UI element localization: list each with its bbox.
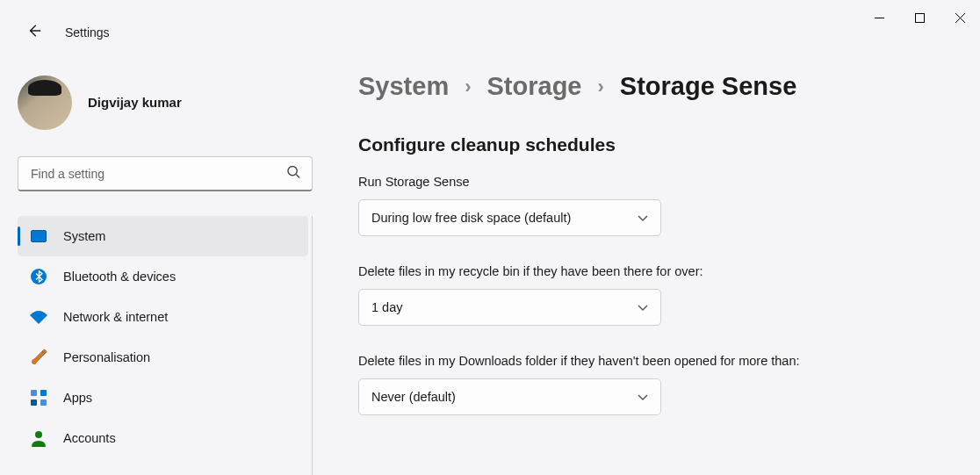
select-value: Never (default) xyxy=(371,390,456,404)
run-storage-sense-select[interactable]: During low free disk space (default) xyxy=(358,199,661,236)
app-title: Settings xyxy=(65,25,110,40)
sidebar-item-bluetooth[interactable]: Bluetooth & devices xyxy=(18,256,308,297)
sidebar-item-label: System xyxy=(63,229,105,243)
sidebar-item-label: Network & internet xyxy=(63,310,168,324)
run-storage-sense-label: Run Storage Sense xyxy=(358,175,945,189)
breadcrumb-storage[interactable]: Storage xyxy=(487,72,582,101)
select-value: During low free disk space (default) xyxy=(371,211,571,225)
sidebar-item-label: Accounts xyxy=(63,431,116,445)
avatar xyxy=(18,76,72,130)
chevron-right-icon: › xyxy=(465,76,471,98)
breadcrumb-current: Storage Sense xyxy=(620,72,796,101)
sidebar-item-system[interactable]: System xyxy=(18,216,308,256)
chevron-right-icon: › xyxy=(597,76,603,98)
breadcrumb: System › Storage › Storage Sense xyxy=(358,72,945,101)
sidebar-item-apps[interactable]: Apps xyxy=(18,378,308,418)
recycle-bin-label: Delete files in my recycle bin if they h… xyxy=(358,264,945,278)
profile-name: Digvijay kumar xyxy=(88,95,182,110)
svg-point-2 xyxy=(35,431,42,438)
account-icon xyxy=(30,429,47,447)
chevron-down-icon xyxy=(638,211,648,225)
apps-icon xyxy=(30,389,47,407)
recycle-bin-select[interactable]: 1 day xyxy=(358,289,661,326)
profile-block[interactable]: Digvijay kumar xyxy=(18,74,313,156)
select-value: 1 day xyxy=(371,300,402,314)
wifi-icon xyxy=(30,308,47,326)
svg-point-1 xyxy=(288,166,297,175)
search-icon xyxy=(287,166,300,183)
brush-icon xyxy=(30,349,47,366)
system-icon xyxy=(30,227,47,245)
chevron-down-icon xyxy=(638,390,648,404)
breadcrumb-system[interactable]: System xyxy=(358,72,449,101)
bluetooth-icon xyxy=(30,268,47,285)
downloads-select[interactable]: Never (default) xyxy=(358,378,661,415)
section-title: Configure cleanup schedules xyxy=(358,134,945,155)
sidebar-item-personalisation[interactable]: Personalisation xyxy=(18,337,308,378)
sidebar-item-network[interactable]: Network & internet xyxy=(18,297,308,337)
chevron-down-icon xyxy=(638,300,648,314)
sidebar-item-accounts[interactable]: Accounts xyxy=(18,418,308,458)
back-button[interactable] xyxy=(21,18,47,47)
downloads-label: Delete files in my Downloads folder if t… xyxy=(358,354,832,368)
search-input[interactable] xyxy=(18,156,313,191)
sidebar-item-label: Personalisation xyxy=(63,350,150,364)
sidebar-item-label: Bluetooth & devices xyxy=(63,270,176,284)
sidebar-item-label: Apps xyxy=(63,391,92,405)
